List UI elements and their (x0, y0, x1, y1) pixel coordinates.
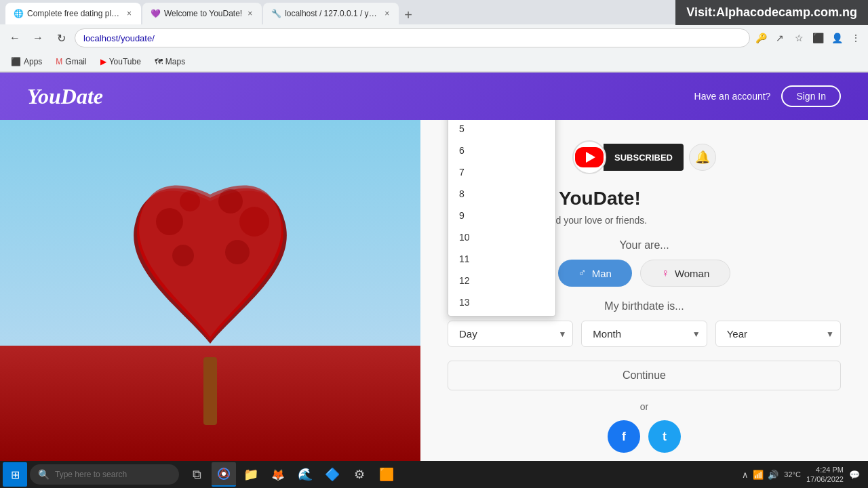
chrome-logo-icon (217, 467, 231, 481)
clock[interactable]: 4:24 PM 17/06/2022 (806, 465, 844, 485)
day-option-6[interactable]: 6 (448, 140, 555, 161)
facebook-icon: f (622, 430, 626, 444)
signin-button[interactable]: Sign In (781, 85, 841, 107)
bookmarks-bar: ⬛ Apps M Gmail ▶ YouTube 🗺 Maps (0, 52, 868, 72)
site-logo: YouDate (27, 84, 103, 109)
profile-icon[interactable]: 👤 (830, 31, 844, 45)
svg-point-6 (225, 240, 250, 264)
taskbar-search[interactable]: 🔍 (30, 464, 179, 485)
tab-favicon-3: 🔧 (271, 9, 281, 18)
registration-panel: SUBSCRIBED 🔔 Welcome to YouDate! A place… (420, 120, 868, 467)
heart-image-section (0, 120, 420, 467)
new-tab-button[interactable]: + (403, 6, 414, 24)
website: YouDate Have an account? Sign In (0, 73, 868, 467)
address-bar[interactable]: localhost/youdate/ (75, 28, 750, 47)
task-view-icon[interactable]: ⧉ (184, 462, 209, 487)
taskbar-right: ∧ 📶 🔊 32°C 4:24 PM 17/06/2022 💬 (742, 465, 865, 485)
man-label: Man (592, 268, 612, 279)
youtube-badge: SUBSCRIBED 🔔 (572, 140, 716, 174)
tabs-row: 🌐 Complete free dating platform ... × 💜 … (0, 0, 868, 24)
svg-point-1 (156, 208, 183, 235)
star-icon[interactable]: ☆ (792, 31, 806, 45)
have-account-text: Have an account? (694, 91, 771, 102)
time-display: 4:24 PM (806, 465, 844, 474)
extra-icon-3[interactable]: 🟧 (374, 462, 399, 487)
bookmark-youtube[interactable]: ▶ YouTube (95, 56, 146, 68)
notification-icon[interactable]: 💬 (849, 470, 860, 480)
tab-title-2: Welcome to YouDate! (164, 9, 242, 18)
tab-3[interactable]: 🔧 localhost / 127.0.0.1 / youdate... × (263, 3, 399, 24)
day-option-11[interactable]: 11 (448, 248, 555, 270)
maps-icon: 🗺 (155, 57, 163, 66)
svg-point-5 (172, 245, 194, 266)
bell-button[interactable]: 🔔 (689, 144, 716, 171)
man-button[interactable]: ♂ Man (558, 260, 632, 287)
site-header: YouDate Have an account? Sign In (0, 73, 868, 120)
extra-icon-1[interactable]: 🔷 (320, 462, 344, 487)
menu-icon[interactable]: ⋮ (849, 31, 863, 45)
facebook-button[interactable]: f (608, 420, 640, 453)
day-option-7[interactable]: 7 (448, 161, 555, 183)
tab-title-1: Complete free dating platform ... (27, 9, 121, 18)
volume-icon[interactable]: 🔊 (768, 470, 778, 480)
key-icon[interactable]: 🔑 (754, 31, 768, 45)
start-button[interactable]: ⊞ (3, 462, 27, 487)
youtube-play-icon (575, 147, 604, 167)
tab-favicon-1: 🌐 (14, 9, 23, 18)
edge-icon[interactable]: 🌊 (293, 462, 317, 487)
apps-label: Apps (24, 57, 42, 66)
tab-favicon-2: 💜 (151, 9, 160, 18)
extensions-icon[interactable]: ⬛ (811, 31, 825, 45)
continue-button[interactable]: Continue (448, 361, 841, 390)
tab-title-3: localhost / 127.0.0.1 / youdate... (285, 9, 379, 18)
twitter-button[interactable]: t (648, 420, 681, 453)
tab-2[interactable]: 💜 Welcome to YouDate! × (142, 3, 262, 24)
gmail-icon: M (56, 57, 62, 66)
year-select-wrapper: Year 20222021202020192018201720162015201… (715, 321, 841, 347)
back-button[interactable]: ← (5, 28, 24, 47)
chevron-up-icon[interactable]: ∧ (742, 470, 749, 480)
firefox-icon[interactable]: 🦊 (266, 462, 290, 487)
date-row: Day 12345678910111213141516171819 Day 12… (448, 321, 841, 347)
reload-button[interactable]: ↻ (52, 28, 71, 47)
taskbar-search-input[interactable] (55, 470, 171, 479)
month-select[interactable]: Month JanuaryFebruaryMarchAprilMayJuneJu… (581, 321, 707, 347)
month-select-wrapper: Month JanuaryFebruaryMarchAprilMayJuneJu… (581, 321, 707, 347)
day-option-12[interactable]: 12 (448, 270, 555, 291)
day-option-5[interactable]: 5 (448, 120, 555, 140)
heart-background (0, 120, 420, 467)
file-explorer-icon[interactable]: 📁 (239, 462, 263, 487)
social-row: f t (448, 420, 841, 453)
woman-button[interactable]: ♀ Woman (640, 260, 730, 287)
tab-close-3[interactable]: × (383, 7, 391, 20)
day-select-wrapper: Day 12345678910111213141516171819 Day 12… (448, 321, 573, 347)
day-option-8[interactable]: 8 (448, 183, 555, 205)
share-icon[interactable]: ↗ (773, 31, 787, 45)
date-display: 17/06/2022 (806, 474, 844, 484)
forward-button[interactable]: → (28, 28, 47, 47)
day-option-13[interactable]: 13 (448, 291, 555, 313)
day-option-9[interactable]: 9 (448, 205, 555, 226)
tab-1[interactable]: 🌐 Complete free dating platform ... × (5, 3, 141, 24)
day-option-10[interactable]: 10 (448, 226, 555, 248)
tab-close-2[interactable]: × (246, 7, 254, 20)
address-bar-icons: 🔑 ↗ ☆ ⬛ 👤 ⋮ (754, 31, 863, 45)
svg-point-8 (222, 472, 226, 476)
network-icon[interactable]: 📶 (753, 470, 764, 480)
subscribed-badge: SUBSCRIBED (604, 144, 684, 171)
svg-point-2 (180, 191, 200, 211)
chrome-icon[interactable] (212, 462, 236, 487)
day-option-14[interactable]: 14 (448, 313, 555, 316)
apps-icon: ⬛ (11, 57, 21, 66)
tab-close-1[interactable]: × (125, 7, 133, 20)
bookmark-apps[interactable]: ⬛ Apps (5, 56, 47, 68)
or-divider: or (448, 401, 841, 412)
bookmark-maps[interactable]: 🗺 Maps (149, 56, 191, 68)
year-select[interactable]: Year 20222021202020192018201720162015201… (715, 321, 841, 347)
extra-icon-2[interactable]: ⚙ (347, 462, 372, 487)
day-select[interactable]: Day 123456789101112131415161718192021222… (448, 321, 573, 347)
bookmark-gmail[interactable]: M Gmail (50, 56, 92, 68)
address-text: localhost/youdate/ (83, 33, 155, 43)
browser-chrome: 🌐 Complete free dating platform ... × 💜 … (0, 0, 868, 73)
maps-label: Maps (165, 57, 185, 66)
